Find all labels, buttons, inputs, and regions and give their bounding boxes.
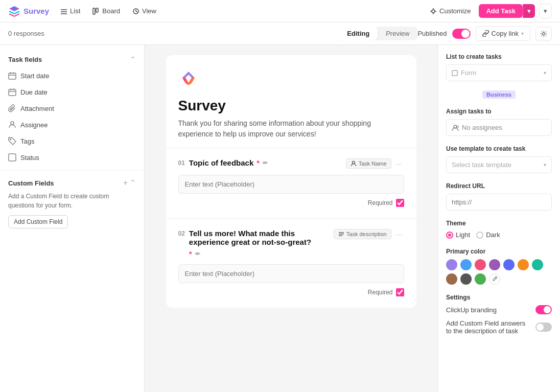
field-attachment[interactable]: Attachment [0,100,144,117]
collapse-custom-fields-icon[interactable]: ⌃ [130,178,136,188]
svg-point-9 [543,32,545,35]
color-orange[interactable] [518,259,529,270]
edit-preview-toggle: Editing Preview [339,27,417,40]
custom-fields-section: Custom Fields + ⌃ Add a Custom Field to … [0,174,144,233]
nav-view[interactable]: View [127,4,161,18]
published-toggle[interactable] [452,29,471,39]
color-picker-button[interactable] [489,273,500,285]
responses-count: 0 responses [8,30,44,37]
question-2-more-icon[interactable]: ··· [394,229,404,239]
list-select[interactable]: Form ▾ [446,64,552,81]
field-due-date[interactable]: Due date [0,84,144,100]
color-purple[interactable] [446,259,457,270]
color-violet[interactable] [489,259,500,270]
question-2-edit-icon[interactable]: ✏ [195,250,200,258]
left-panel: Task fields ⌃ Start date Due date Attach… [0,45,145,392]
more-options-button[interactable]: ▾ [539,4,552,18]
custom-field-answers-row: Add Custom Field answers to the descript… [446,319,552,335]
question-2-input[interactable] [178,264,404,283]
svg-rect-3 [93,8,95,14]
color-grid [446,259,552,285]
svg-line-7 [136,11,137,12]
divider [0,170,144,170]
published-label: Published [417,30,447,37]
color-brown[interactable] [446,273,457,285]
color-blue[interactable] [460,259,472,270]
question-2-required-checkbox[interactable] [396,288,404,296]
sub-header: 0 responses Editing Preview Published Co… [0,22,560,45]
nav-list[interactable]: List [55,4,85,18]
svg-rect-11 [9,89,16,96]
form-settings-button[interactable] [535,27,552,41]
form-logo [178,67,199,88]
question-1: 01 Topic of feedback * ✏ Task Na [166,148,416,217]
theme-section-title: Theme [446,220,552,227]
main-layout: Task fields ⌃ Start date Due date Attach… [0,45,560,392]
form-header: Survey Thank you for sharing some inform… [166,55,416,148]
add-custom-field-button[interactable]: Add Custom Field [8,215,68,228]
svg-rect-4 [96,8,98,12]
svg-line-24 [495,278,496,279]
editing-tab[interactable]: Editing [339,27,378,40]
field-start-date[interactable]: Start date [0,67,144,84]
form-card: Survey Thank you for sharing some inform… [166,55,416,308]
settings-section: Settings ClickUp branding Add Custom Fie… [446,294,552,335]
field-tags[interactable]: Tags [0,133,144,149]
color-indigo[interactable] [503,259,515,270]
svg-point-12 [11,122,14,125]
question-2-num: 02 [178,230,185,237]
question-1-input[interactable] [178,175,404,194]
preview-tab[interactable]: Preview [378,27,417,40]
assignee-selector[interactable]: No assignees [446,119,552,136]
question-1-badge: Task Name [346,158,391,169]
assign-section: Assign tasks to No assignees [446,108,552,136]
field-status[interactable]: Status [0,149,144,166]
color-teal[interactable] [532,259,543,270]
theme-dark[interactable]: Dark [476,231,500,239]
collapse-fields-icon[interactable]: ⌃ [130,55,136,63]
clickup-branding-row: ClickUp branding [446,305,552,314]
field-assignee[interactable]: Assignee [0,117,144,133]
center-panel: Survey Thank you for sharing some inform… [145,45,437,392]
custom-field-answers-toggle[interactable] [535,322,552,332]
redirect-url-input[interactable] [446,194,552,211]
top-nav: Survey List Board View Customize Add Tas… [0,0,560,22]
task-fields-title: Task fields [8,56,42,63]
list-section: List to create tasks Form ▾ [446,53,552,81]
question-1-required-checkbox[interactable] [396,199,404,207]
copy-link-button[interactable]: Copy link ▾ [476,26,530,41]
svg-rect-19 [452,71,457,76]
template-select[interactable]: Select task template ▾ [446,156,552,173]
primary-color-section: Primary color [446,248,552,285]
color-dark-gray[interactable] [460,273,472,285]
question-2-badge: Task description [334,229,391,239]
customize-button[interactable]: Customize [424,4,477,18]
custom-fields-desc: Add a Custom Field to create custom ques… [8,192,136,210]
add-task-dropdown[interactable]: ▾ [523,4,535,18]
question-1-more-icon[interactable]: ··· [394,159,404,169]
question-1-edit-icon[interactable]: ✏ [263,159,268,167]
settings-title: Settings [446,294,552,301]
business-badge: Business [482,90,516,99]
add-task-button[interactable]: Add Task [479,4,523,18]
color-pink[interactable] [475,259,486,270]
clickup-branding-toggle[interactable] [535,305,552,314]
app-title: Survey [24,7,49,15]
svg-rect-14 [9,154,16,161]
question-2-title: Tell us more! What made this experience … [189,229,334,258]
color-green[interactable] [475,273,486,285]
theme-section: Theme Light Dark [446,220,552,239]
nav-board[interactable]: Board [87,4,125,18]
add-custom-field-icon[interactable]: + [123,178,128,188]
svg-rect-10 [9,73,16,79]
svg-point-8 [432,10,435,13]
app-logo[interactable]: Survey [8,5,49,17]
theme-light[interactable]: Light [446,231,470,239]
question-1-num: 01 [178,159,185,167]
list-section-title: List to create tasks [446,53,552,60]
redirect-section-title: Redirect URL [446,182,552,190]
redirect-section: Redirect URL [446,182,552,211]
custom-fields-title: Custom Fields [8,179,54,187]
question-1-title: Topic of feedback * ✏ [189,158,346,167]
primary-color-title: Primary color [446,248,552,255]
